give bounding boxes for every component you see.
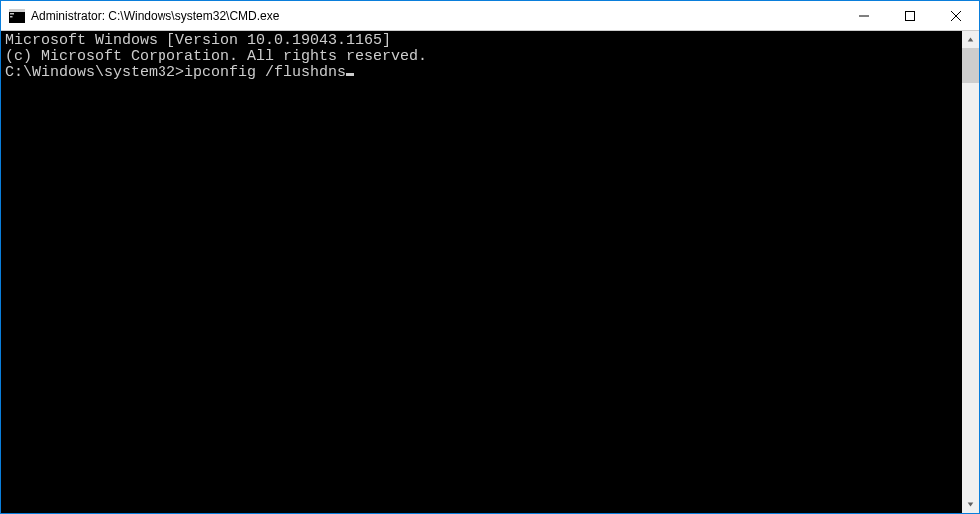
svg-rect-1 [9, 9, 25, 12]
terminal-line: (c) Microsoft Corporation. All rights re… [5, 49, 962, 65]
titlebar[interactable]: Administrator: C:\Windows\system32\CMD.e… [1, 1, 979, 31]
scroll-track[interactable] [962, 48, 979, 496]
minimize-button[interactable] [841, 1, 887, 30]
scroll-down-button[interactable] [962, 496, 979, 513]
scroll-thumb[interactable] [962, 48, 979, 83]
terminal-prompt-line: C:\Windows\system32>ipconfig /flushdns [5, 65, 962, 81]
scroll-up-button[interactable] [962, 31, 979, 48]
svg-rect-3 [10, 16, 13, 18]
terminal-line: Microsoft Windows [Version 10.0.19043.11… [5, 33, 962, 49]
cmd-window: Administrator: C:\Windows\system32\CMD.e… [0, 0, 980, 514]
terminal-command: ipconfig /flushdns [184, 64, 346, 81]
client-area: Microsoft Windows [Version 10.0.19043.11… [1, 31, 979, 513]
window-controls [841, 1, 979, 30]
window-title: Administrator: C:\Windows\system32\CMD.e… [31, 9, 841, 23]
terminal-cursor [346, 73, 354, 76]
terminal-prompt: C:\Windows\system32> [5, 64, 184, 81]
svg-rect-2 [10, 13, 14, 15]
maximize-button[interactable] [887, 1, 933, 30]
vertical-scrollbar[interactable] [962, 31, 979, 513]
terminal-output[interactable]: Microsoft Windows [Version 10.0.19043.11… [1, 31, 962, 513]
close-button[interactable] [933, 1, 979, 30]
svg-rect-5 [906, 11, 915, 20]
cmd-icon [9, 8, 25, 24]
